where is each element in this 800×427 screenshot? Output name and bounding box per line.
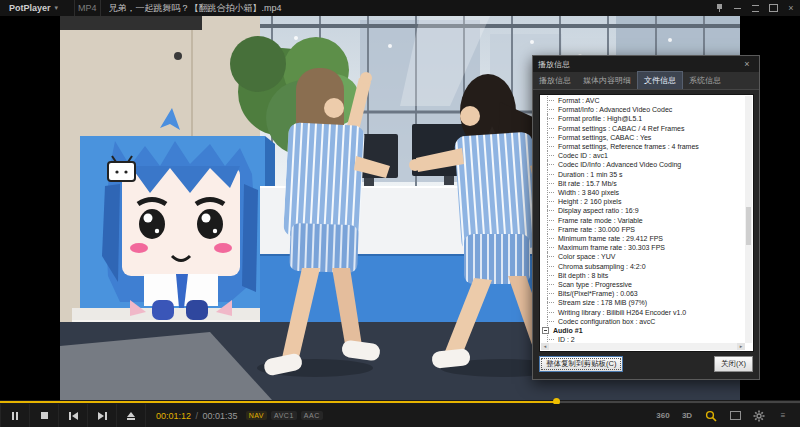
mascot-standee bbox=[72, 108, 287, 336]
gear-icon bbox=[753, 410, 765, 422]
playback-info-dialog: 播放信息 × 播放信息媒体内容明细文件信息系统信息 Format : AVCFo… bbox=[532, 55, 760, 380]
media-info-line: Bits/(Pixel*Frame) : 0.063 bbox=[541, 289, 745, 298]
vertical-scrollbar[interactable] bbox=[745, 96, 752, 343]
scroll-right-icon[interactable]: ▸ bbox=[737, 343, 745, 350]
media-info-line: Codec configuration box : avcC bbox=[541, 317, 745, 326]
format-badge: MP4 bbox=[74, 0, 101, 16]
screen-size-button[interactable] bbox=[726, 404, 744, 427]
window-title: 兄弟，一起跳舞吗？【翻跳合拍小箱】.mp4 bbox=[109, 2, 282, 15]
dialog-close-button[interactable]: 关闭(X) bbox=[714, 356, 753, 372]
pause-icon bbox=[12, 412, 18, 420]
media-info-line: Chroma subsampling : 4:2:0 bbox=[541, 262, 745, 271]
media-info-list: Format : AVCFormat/Info : Advanced Video… bbox=[541, 96, 745, 343]
codec-badge: AVC1 bbox=[271, 411, 297, 420]
maximize-icon[interactable] bbox=[764, 0, 782, 16]
compact-mode-icon[interactable] bbox=[746, 0, 764, 16]
dialog-title-bar[interactable]: 播放信息 × bbox=[533, 56, 759, 72]
stop-button[interactable] bbox=[30, 404, 59, 427]
stop-icon bbox=[41, 412, 48, 419]
title-bar: PotPlayer ▾ MP4 兄弟，一起跳舞吗？【翻跳合拍小箱】.mp4 × bbox=[0, 0, 800, 16]
dialog-buttons: 整体复制到剪贴板(C) 关闭(X) bbox=[539, 356, 753, 372]
control-bar: 00:01:12 / 00:01:35 NAVAVC1AAC 360 3D bbox=[0, 404, 800, 427]
dialog-title: 播放信息 bbox=[538, 59, 570, 70]
media-info-line: Format settings : CABAC / 4 Ref Frames bbox=[541, 124, 745, 133]
copy-to-clipboard-button[interactable]: 整体复制到剪贴板(C) bbox=[539, 356, 623, 372]
media-info-line: Codec ID/Info : Advanced Video Coding bbox=[541, 160, 745, 169]
pin-icon[interactable] bbox=[710, 0, 728, 16]
dialog-close-icon[interactable]: × bbox=[740, 59, 754, 69]
media-info-line: Format : AVC bbox=[541, 96, 745, 105]
scroll-left-icon[interactable]: ◂ bbox=[541, 343, 549, 350]
media-info-line: Frame rate mode : Variable bbox=[541, 216, 745, 225]
dialog-tab[interactable]: 播放信息 bbox=[533, 72, 577, 89]
eject-icon bbox=[127, 412, 135, 420]
time-separator: / bbox=[196, 411, 199, 421]
dialog-tab[interactable]: 系统信息 bbox=[683, 72, 727, 89]
time-current: 00:01:12 bbox=[156, 411, 191, 421]
scene-search-button[interactable] bbox=[702, 404, 720, 427]
app-logo-text[interactable]: PotPlayer bbox=[0, 3, 55, 13]
right-controls: 360 3D ≡ bbox=[654, 404, 800, 427]
media-info-line: Format/Info : Advanced Video Codec bbox=[541, 105, 745, 114]
media-info-line: Codec ID : avc1 bbox=[541, 151, 745, 160]
magnifier-icon bbox=[705, 410, 717, 422]
minimize-icon[interactable] bbox=[728, 0, 746, 16]
menu-button[interactable]: ≡ bbox=[774, 404, 792, 427]
media-info-line: Format settings, Reference frames : 4 fr… bbox=[541, 142, 745, 151]
media-info-line: Minimum frame rate : 29.412 FPS bbox=[541, 234, 745, 243]
time-total: 00:01:35 bbox=[203, 411, 238, 421]
next-icon bbox=[98, 412, 107, 420]
media-info-line: Width : 3 840 pixels bbox=[541, 188, 745, 197]
open-file-button[interactable] bbox=[117, 404, 146, 427]
media-info-line: Color space : YUV bbox=[541, 252, 745, 261]
time-display: 00:01:12 / 00:01:35 bbox=[156, 411, 238, 421]
media-info-line: Duration : 1 min 35 s bbox=[541, 170, 745, 179]
seek-remaining bbox=[556, 401, 800, 403]
seek-progress bbox=[0, 401, 556, 403]
scrollbar-thumb[interactable] bbox=[746, 207, 751, 245]
media-info-line: ID : 2 bbox=[541, 335, 745, 343]
media-info-panel: Format : AVCFormat/Info : Advanced Video… bbox=[539, 94, 754, 352]
media-info-line: Audio #1 bbox=[541, 326, 745, 335]
dialog-tabs: 播放信息媒体内容明细文件信息系统信息 bbox=[533, 72, 759, 90]
media-info-line: Frame rate : 30.000 FPS bbox=[541, 225, 745, 234]
media-info-line: Bit depth : 8 bits bbox=[541, 271, 745, 280]
media-info-line: Stream size : 178 MiB (97%) bbox=[541, 298, 745, 307]
media-info-line: Scan type : Progressive bbox=[541, 280, 745, 289]
media-info-line: Format profile : High@L5.1 bbox=[541, 114, 745, 123]
codec-badge: NAV bbox=[246, 411, 267, 420]
media-info-line: Writing library : Bilibili H264 Encoder … bbox=[541, 308, 745, 317]
media-info-line: Bit rate : 15.7 Mb/s bbox=[541, 179, 745, 188]
close-icon[interactable]: × bbox=[782, 0, 800, 16]
pause-button[interactable] bbox=[0, 404, 30, 427]
3d-mode-button[interactable]: 3D bbox=[678, 404, 696, 427]
media-info-line: Maximum frame rate : 30.303 FPS bbox=[541, 243, 745, 252]
rotation-360-button[interactable]: 360 bbox=[654, 404, 672, 427]
media-info-line: Format settings, CABAC : Yes bbox=[541, 133, 745, 142]
previous-icon bbox=[69, 412, 78, 420]
media-info-line: Height : 2 160 pixels bbox=[541, 197, 745, 206]
codec-badges: NAVAVC1AAC bbox=[246, 411, 323, 420]
screen-icon bbox=[730, 411, 741, 420]
dialog-tab[interactable]: 文件信息 bbox=[637, 71, 683, 89]
chevron-down-icon[interactable]: ▾ bbox=[55, 4, 59, 12]
codec-badge: AAC bbox=[301, 411, 323, 420]
settings-button[interactable] bbox=[750, 404, 768, 427]
horizontal-scrollbar[interactable]: ◂ ▸ bbox=[541, 343, 745, 350]
dialog-tab[interactable]: 媒体内容明细 bbox=[577, 72, 637, 89]
next-button[interactable] bbox=[88, 404, 117, 427]
previous-button[interactable] bbox=[59, 404, 88, 427]
media-info-line: Display aspect ratio : 16:9 bbox=[541, 206, 745, 215]
window-controls: × bbox=[710, 0, 800, 16]
